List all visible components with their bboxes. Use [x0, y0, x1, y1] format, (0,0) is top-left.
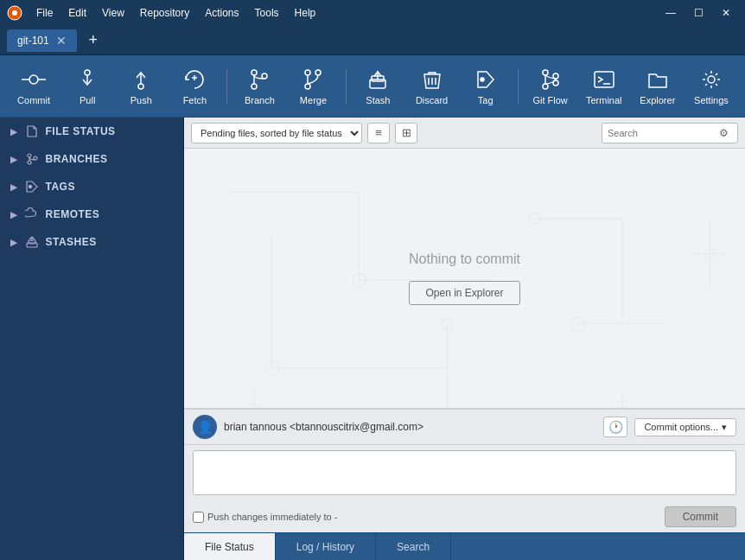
svg-point-13	[262, 73, 267, 79]
tab-git-101[interactable]: git-101 ✕	[7, 29, 77, 52]
menu-repository[interactable]: Repository	[133, 5, 196, 21]
svg-point-39	[29, 186, 31, 188]
merge-button[interactable]: Merge	[288, 60, 338, 112]
sidebar-label-tags: TAGS	[46, 181, 75, 193]
app-logo	[7, 5, 22, 21]
fetch-icon	[182, 67, 207, 92]
sidebar-label-remotes: REMOTES	[46, 208, 100, 220]
avatar: 👤	[193, 415, 217, 439]
tab-log-history-label: Log / History	[296, 541, 354, 553]
chevron-icon: ▶	[10, 210, 18, 220]
empty-state: Nothing to commit Open in Explorer	[184, 149, 745, 408]
chevron-icon: ▶	[10, 127, 18, 137]
menu-file[interactable]: File	[29, 5, 60, 21]
svg-point-2	[29, 75, 38, 84]
chevron-down-icon: ▾	[722, 422, 727, 433]
fetch-button[interactable]: Fetch	[169, 60, 220, 112]
commit-icon	[22, 67, 46, 92]
svg-point-35	[28, 154, 31, 157]
gitflow-label: Git Flow	[532, 95, 567, 105]
sidebar-item-stashes[interactable]: ▶ STASHES	[0, 228, 183, 256]
search-input[interactable]	[608, 128, 711, 138]
commit-button[interactable]: Commit	[9, 60, 59, 112]
sidebar-item-branches[interactable]: ▶ BRANCHES	[0, 145, 183, 173]
close-button[interactable]: ✕	[714, 4, 738, 22]
discard-icon	[420, 67, 444, 92]
commit-user: brian tannous <btannouscitrix@gmail.com>	[224, 421, 596, 433]
history-button[interactable]: 🕐	[603, 417, 627, 437]
menu-edit[interactable]: Edit	[61, 5, 93, 21]
search-settings-icon[interactable]: ⚙	[715, 124, 732, 142]
minimize-button[interactable]: —	[659, 4, 683, 22]
commit-action-button[interactable]: Commit	[665, 506, 736, 527]
toolbar-separator-2	[346, 69, 347, 104]
branch-label: Branch	[245, 95, 275, 105]
branch-sidebar-icon	[25, 152, 39, 166]
commit-panel-header: 👤 brian tannous <btannouscitrix@gmail.co…	[184, 410, 745, 445]
settings-button[interactable]: Settings	[686, 60, 736, 112]
stash-button[interactable]: Stash	[353, 60, 403, 112]
grid-view-button[interactable]: ⊞	[395, 123, 417, 143]
titlebar-menu: File Edit View Repository Actions Tools …	[29, 5, 652, 21]
discard-label: Discard	[416, 95, 448, 105]
commit-message-input[interactable]	[193, 450, 736, 495]
svg-point-1	[12, 10, 17, 16]
push-changes-label[interactable]: Push changes immediately to -	[193, 512, 337, 523]
titlebar: File Edit View Repository Actions Tools …	[0, 0, 745, 26]
list-view-button[interactable]: ≡	[367, 123, 390, 143]
maximize-button[interactable]: ☐	[686, 4, 710, 22]
sidebar-item-tags[interactable]: ▶ TAGS	[0, 173, 183, 200]
stash-sidebar-icon	[25, 235, 39, 249]
sidebar-label-file-status: FILE STATUS	[46, 125, 116, 137]
svg-point-16	[305, 84, 310, 89]
content-toolbar: Pending files, sorted by file status Pen…	[184, 118, 745, 149]
tag-button[interactable]: Tag	[461, 60, 511, 112]
explorer-button[interactable]: Explorer	[633, 60, 683, 112]
file-icon	[25, 124, 39, 138]
push-changes-checkbox[interactable]	[193, 512, 204, 523]
toolbar-separator-3	[518, 69, 519, 104]
svg-point-12	[252, 84, 257, 89]
tab-log-history[interactable]: Log / History	[276, 533, 376, 560]
explorer-label: Explorer	[640, 95, 675, 105]
sidebar-item-file-status[interactable]: ▶ FILE STATUS	[0, 118, 183, 145]
svg-point-28	[553, 73, 558, 79]
tab-file-status-label: File Status	[205, 541, 254, 553]
explorer-icon	[646, 67, 670, 92]
tag-label: Tag	[478, 95, 493, 105]
bottom-tabs: File Status Log / History Search	[184, 532, 745, 560]
chevron-icon: ▶	[10, 155, 18, 164]
menu-actions[interactable]: Actions	[198, 5, 245, 21]
commit-label: Commit	[17, 95, 50, 105]
push-label: Push	[131, 95, 152, 105]
menu-tools[interactable]: Tools	[248, 5, 286, 21]
settings-label: Settings	[694, 95, 729, 105]
tab-search[interactable]: Search	[376, 533, 451, 560]
commit-message-area	[184, 445, 745, 503]
tab-close-button[interactable]: ✕	[56, 34, 67, 48]
pull-button[interactable]: Pull	[62, 60, 112, 112]
menu-help[interactable]: Help	[288, 5, 323, 21]
gitflow-button[interactable]: Git Flow	[525, 60, 576, 112]
stash-label: Stash	[366, 95, 390, 105]
new-tab-button[interactable]: +	[82, 29, 105, 52]
merge-icon	[301, 67, 325, 92]
cloud-icon	[25, 207, 39, 221]
terminal-label: Terminal	[586, 95, 622, 105]
svg-point-25	[481, 78, 484, 81]
discard-button[interactable]: Discard	[406, 60, 456, 112]
sidebar-item-remotes[interactable]: ▶ REMOTES	[0, 200, 183, 228]
sidebar: ▶ FILE STATUS ▶ BRANCHES ▶	[0, 118, 184, 560]
toolbar-separator-1	[226, 69, 227, 104]
search-box: ⚙	[602, 123, 738, 143]
fetch-label: Fetch	[183, 95, 207, 105]
menu-view[interactable]: View	[95, 5, 131, 21]
filter-select[interactable]: Pending files, sorted by file status Pen…	[191, 123, 362, 143]
svg-point-34	[708, 76, 715, 83]
commit-options-button[interactable]: Commit options... ▾	[634, 418, 736, 436]
push-button[interactable]: Push	[116, 60, 166, 112]
terminal-button[interactable]: Terminal	[579, 60, 629, 112]
branch-button[interactable]: Branch	[234, 60, 284, 112]
tab-file-status[interactable]: File Status	[184, 533, 276, 560]
open-explorer-button[interactable]: Open in Explorer	[409, 281, 519, 305]
